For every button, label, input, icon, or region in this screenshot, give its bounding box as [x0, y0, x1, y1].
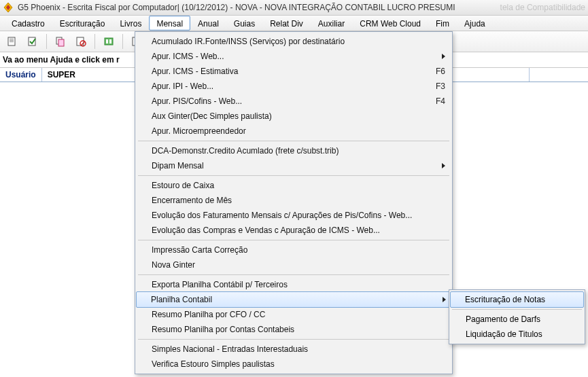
menuitem-apur-icms-web[interactable]: Apur. ICMS - Web...: [137, 49, 451, 64]
menuitem-aux-ginter-dec-simples-paulista[interactable]: Aux Ginter(Dec Simples paulista): [137, 109, 451, 124]
menubar: CadastroEscrituraçãoLivrosMensalAnualGui…: [0, 16, 588, 31]
menu-livros[interactable]: Livros: [112, 16, 149, 31]
menuitem-nova-ginter[interactable]: Nova Ginter: [137, 257, 451, 272]
menu-separator: [138, 339, 449, 340]
menuitem-label: DCA-Demonstr.Credito Acumlado (frete c/s…: [152, 146, 339, 156]
hint-text: Va ao menu Ajuda e click em r: [3, 55, 120, 65]
menuitem-label: Acumulado IR.Fonte/INSS (Serviços) por d…: [152, 37, 345, 46]
svg-rect-1: [10, 39, 14, 39]
menu-crm-web-cloud[interactable]: CRM Web Cloud: [352, 16, 428, 31]
menuitem-apur-icms-estimativa[interactable]: Apur. ICMS - EstimativaF6: [137, 64, 451, 79]
menuitem-shortcut: F3: [422, 82, 445, 91]
submenuitem-escritura-o-de-notas[interactable]: Escrituração de Notas: [450, 291, 584, 308]
submenu-arrow-icon: [442, 54, 445, 59]
svg-rect-6: [58, 39, 64, 46]
submenuitem-label: Liquidação de Titulos: [466, 329, 542, 339]
menuitem-label: Exporta Planilha Contábil p/ Terceiros: [152, 280, 288, 289]
menuitem-label: Nova Ginter: [152, 260, 195, 270]
toolbar-icon-5[interactable]: [101, 33, 117, 50]
menuitem-dca-demonstr-credito-acumlado-frete-c-subst-trib[interactable]: DCA-Demonstr.Credito Acumlado (frete c/s…: [137, 143, 451, 158]
menuitem-apur-ipi-web[interactable]: Apur. IPI - Web...F3: [137, 79, 451, 94]
titlebar-faded: tela de Compatibilidade: [500, 3, 585, 12]
menuitem-label: Verifica Estouro Simples paulistas: [152, 359, 275, 369]
menuitem-apur-microempreendedor[interactable]: Apur. Microempreendedor: [137, 124, 451, 139]
menuitem-label: Resumo Planilha por Contas Contabeis: [152, 325, 294, 334]
titlebar: G5 Phoenix - Escrita Fiscal por Computad…: [0, 0, 588, 16]
submenuitem-label: Escrituração de Notas: [465, 295, 545, 304]
menuitem-resumo-planilha-por-cfo-cc[interactable]: Resumo Planilha por CFO / CC: [137, 307, 451, 322]
menuitem-label: Apur. PIS/Cofins - Web...: [152, 96, 242, 106]
menuitem-label: Apur. ICMS - Web...: [152, 52, 224, 61]
menuitem-shortcut: F4: [422, 96, 445, 106]
status-user-label: Usuário: [0, 68, 42, 82]
menuitem-label: Encerramento de Mês: [152, 196, 232, 205]
menuitem-label: Apur. ICMS - Estimativa: [152, 67, 238, 76]
svg-rect-10: [105, 38, 113, 45]
submenu-arrow-icon: [443, 297, 446, 302]
submenu-separator: [452, 309, 582, 310]
svg-rect-11: [106, 39, 108, 43]
menuitem-encerramento-de-m-s[interactable]: Encerramento de Mês: [137, 193, 451, 208]
toolbar-separator: [46, 34, 47, 49]
menu-anual[interactable]: Anual: [190, 16, 226, 31]
menu-relat-div[interactable]: Relat Div: [262, 16, 311, 31]
menu-separator: [138, 141, 449, 141]
menuitem-evolu-o-das-compras-e-vendas-c-apura-o-de-icms-web[interactable]: Evolução das Compras e Vendas c Apuração…: [137, 223, 451, 238]
menuitem-verifica-estouro-simples-paulistas[interactable]: Verifica Estouro Simples paulistas: [137, 357, 451, 372]
menu-mensal[interactable]: Mensal: [149, 16, 190, 31]
svg-rect-2: [10, 40, 14, 41]
toolbar-icon-4[interactable]: [73, 33, 89, 50]
menu-cadastro[interactable]: Cadastro: [4, 16, 52, 31]
svg-rect-3: [10, 41, 14, 42]
menuitem-acumulado-ir-fonte-inss-servi-os-por-destinat-rio[interactable]: Acumulado IR.Fonte/INSS (Serviços) por d…: [137, 34, 451, 49]
menuitem-label: Apur. Microempreendedor: [152, 126, 246, 136]
submenuitem-liquida-o-de-titulos[interactable]: Liquidação de Titulos: [451, 327, 583, 342]
toolbar-separator: [94, 34, 95, 49]
menu-fim[interactable]: Fim: [428, 16, 457, 31]
menuitem-planilha-contabil[interactable]: Planilha Contabil: [136, 291, 451, 308]
submenu-arrow-icon: [442, 163, 445, 168]
menu-separator: [138, 175, 449, 176]
mensal-dropdown: Acumulado IR.Fonte/INSS (Serviços) por d…: [135, 31, 453, 374]
menuitem-impress-o-carta-corre-o[interactable]: Impressão Carta Correção: [137, 243, 451, 257]
menu-auxiliar[interactable]: Auxiliar: [311, 16, 352, 31]
toolbar-icon-1[interactable]: [4, 33, 20, 50]
menuitem-label: Estouro de Caixa: [152, 181, 214, 190]
menuitem-label: Planilha Contabil: [151, 295, 212, 304]
menuitem-simples-nacional-entradas-interestaduais[interactable]: Simples Nacional - Entradas Interestadua…: [137, 342, 451, 357]
toolbar-icon-3[interactable]: [52, 33, 69, 50]
menu-guias[interactable]: Guias: [226, 16, 262, 31]
menuitem-label: Evolução dos Faturamento Mensais c/ Apur…: [152, 211, 412, 220]
menu-separator: [138, 274, 449, 275]
menuitem-shortcut: F6: [422, 67, 445, 76]
menuitem-label: Dipam Mensal: [152, 161, 204, 170]
menu-separator: [138, 240, 449, 240]
menuitem-resumo-planilha-por-contas-contabeis[interactable]: Resumo Planilha por Contas Contabeis: [137, 322, 451, 337]
menu-escrituração[interactable]: Escrituração: [52, 16, 113, 31]
submenuitem-pagamento-de-darfs[interactable]: Pagamento de Darfs: [451, 312, 583, 327]
menuitem-exporta-planilha-cont-bil-p-terceiros[interactable]: Exporta Planilha Contábil p/ Terceiros: [137, 277, 451, 292]
menuitem-label: Aux Ginter(Dec Simples paulista): [152, 111, 272, 121]
svg-rect-12: [109, 39, 111, 43]
menuitem-evolu-o-dos-faturamento-mensais-c-apura-es-de-pis-cofins-web[interactable]: Evolução dos Faturamento Mensais c/ Apur…: [137, 208, 451, 223]
planilha-contabil-submenu: Escrituração de NotasPagamento de DarfsL…: [449, 289, 585, 344]
menuitem-dipam-mensal[interactable]: Dipam Mensal: [137, 158, 451, 173]
menu-ajuda[interactable]: Ajuda: [457, 16, 493, 31]
menuitem-label: Impressão Carta Correção: [152, 245, 247, 255]
menuitem-apur-pis-cofins-web[interactable]: Apur. PIS/Cofins - Web...F4: [137, 94, 451, 109]
menuitem-label: Apur. IPI - Web...: [152, 82, 213, 91]
toolbar-icon-2[interactable]: [24, 33, 41, 50]
app-icon: [3, 2, 14, 13]
menuitem-label: Simples Nacional - Entradas Interestadua…: [152, 344, 308, 354]
submenuitem-label: Pagamento de Darfs: [466, 315, 540, 324]
toolbar-separator: [122, 34, 123, 49]
menuitem-label: Evolução das Compras e Vendas c Apuração…: [152, 226, 380, 235]
window-title: G5 Phoenix - Escrita Fiscal por Computad…: [18, 3, 455, 12]
menuitem-estouro-de-caixa[interactable]: Estouro de Caixa: [137, 178, 451, 193]
menuitem-label: Resumo Planilha por CFO / CC: [152, 310, 265, 319]
